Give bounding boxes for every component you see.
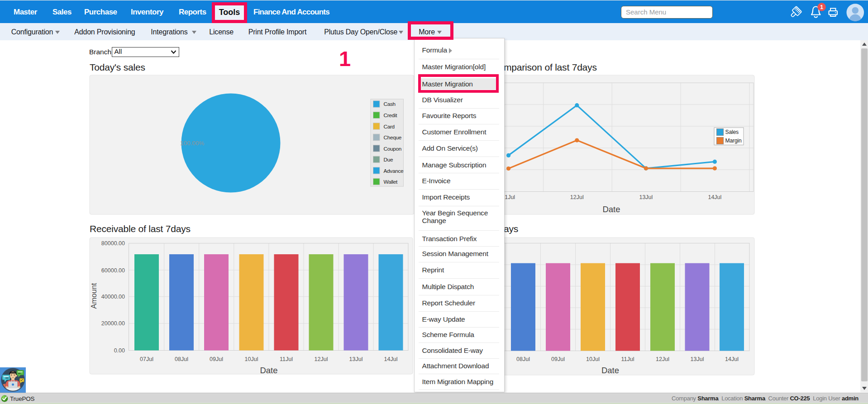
svg-text:Advance: Advance: [384, 168, 404, 174]
svg-text:11Jul: 11Jul: [621, 356, 634, 362]
svg-text:08Jul: 08Jul: [516, 356, 530, 362]
svg-text:13Jul: 13Jul: [639, 194, 653, 200]
svg-text:14Jul: 14Jul: [708, 194, 721, 200]
svg-text:Wallet: Wallet: [384, 179, 398, 185]
svg-text:Date: Date: [602, 204, 620, 214]
svg-text:12Jul: 12Jul: [315, 356, 328, 362]
svg-text:Amount: Amount: [90, 283, 98, 309]
svg-text:09Jul: 09Jul: [210, 356, 223, 362]
svg-text:Cash: Cash: [384, 101, 396, 107]
svg-text:40000.00: 40000.00: [101, 294, 125, 300]
svg-text:12Jul: 12Jul: [570, 194, 584, 200]
svg-text:12Jul: 12Jul: [656, 356, 669, 362]
svg-text:13Jul: 13Jul: [349, 356, 363, 362]
svg-text:14Jul: 14Jul: [725, 356, 739, 362]
svg-text:1Jul: 1Jul: [505, 194, 515, 200]
svg-text:10Jul: 10Jul: [586, 356, 600, 362]
svg-text:80000.00: 80000.00: [101, 240, 125, 247]
svg-text:08Jul: 08Jul: [175, 356, 188, 362]
svg-text:07Jul: 07Jul: [140, 356, 153, 362]
svg-text:Date: Date: [601, 366, 619, 375]
svg-text:Date: Date: [260, 366, 277, 375]
svg-text:13Jul: 13Jul: [691, 356, 704, 362]
svg-text:20000.00: 20000.00: [101, 320, 125, 327]
svg-text:Card: Card: [384, 124, 395, 130]
svg-text:100.00%: 100.00%: [180, 140, 204, 147]
svg-text:Coupon: Coupon: [384, 146, 402, 152]
svg-text:09Jul: 09Jul: [551, 356, 565, 362]
svg-text:Margin: Margin: [725, 138, 742, 144]
svg-text:60000.00: 60000.00: [101, 267, 125, 274]
svg-text:Credit: Credit: [384, 112, 398, 119]
svg-text:Cheque: Cheque: [384, 134, 402, 141]
svg-text:11Jul: 11Jul: [280, 356, 293, 362]
svg-text:Due: Due: [384, 157, 393, 163]
svg-text:Sales: Sales: [725, 129, 739, 135]
svg-text:0.00: 0.00: [114, 347, 125, 354]
svg-text:10Jul: 10Jul: [245, 356, 258, 362]
svg-text:14Jul: 14Jul: [384, 356, 398, 362]
